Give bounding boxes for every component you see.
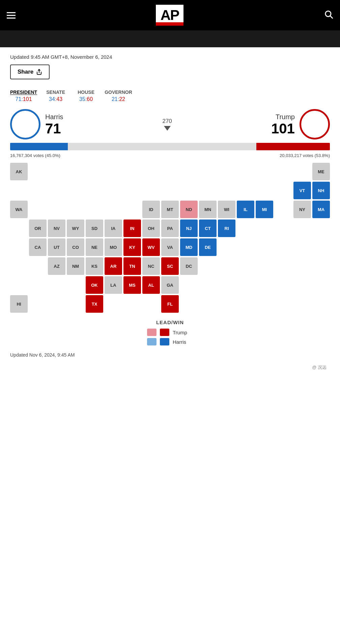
state-CO[interactable]: CO bbox=[67, 238, 84, 256]
state-KY[interactable]: KY bbox=[123, 238, 141, 256]
share-button[interactable]: Share bbox=[10, 65, 50, 79]
state-VT[interactable]: VT bbox=[293, 182, 311, 199]
state-MD[interactable]: MD bbox=[180, 238, 198, 256]
map-row-6: OK LA MS AL GA bbox=[10, 276, 330, 294]
empty bbox=[29, 276, 47, 294]
state-OR[interactable]: OR bbox=[29, 220, 47, 237]
trump-info: Trump 101 bbox=[271, 113, 295, 136]
state-DE[interactable]: DE bbox=[199, 238, 217, 256]
state-MI[interactable]: MI bbox=[256, 201, 273, 218]
dark-band bbox=[0, 30, 340, 47]
share-label: Share bbox=[18, 69, 33, 75]
map-row-7: HI TX FL bbox=[10, 295, 330, 313]
map-row-2: WA ID MT ND MN WI IL MI NY MA bbox=[10, 201, 330, 218]
empty bbox=[256, 163, 273, 180]
state-WY[interactable]: WY bbox=[67, 220, 84, 237]
state-AR[interactable]: AR bbox=[105, 257, 122, 275]
tab-governor-blue: 21 bbox=[112, 96, 118, 102]
empty bbox=[142, 295, 160, 313]
tab-governor-label: GOVERNOR bbox=[105, 89, 132, 95]
state-IL[interactable]: IL bbox=[237, 201, 254, 218]
state-FL[interactable]: FL bbox=[161, 295, 179, 313]
trump-candidate: Trump 101 bbox=[271, 109, 330, 139]
state-ID[interactable]: ID bbox=[142, 201, 160, 218]
tab-house-blue: 35 bbox=[79, 96, 85, 102]
tab-president[interactable]: PRESIDENT 71:101 bbox=[10, 89, 37, 102]
state-NM[interactable]: NM bbox=[67, 257, 84, 275]
state-AZ[interactable]: AZ bbox=[48, 257, 65, 275]
state-NH[interactable]: NH bbox=[312, 182, 330, 199]
state-IN[interactable]: IN bbox=[123, 220, 141, 237]
state-UT[interactable]: UT bbox=[48, 238, 65, 256]
legend-section: LEAD/WIN Trump Harris bbox=[10, 319, 330, 345]
state-SD[interactable]: SD bbox=[86, 220, 103, 237]
empty bbox=[67, 276, 84, 294]
state-AL[interactable]: AL bbox=[142, 276, 160, 294]
tab-house-scores: 35:60 bbox=[74, 96, 98, 102]
ap-logo[interactable]: AP bbox=[156, 5, 183, 26]
empty bbox=[218, 163, 235, 180]
state-GA[interactable]: GA bbox=[161, 276, 179, 294]
trump-lead-swatch bbox=[147, 329, 157, 336]
harris-vote-count: 16,767,304 votes (45.0%) bbox=[10, 153, 60, 158]
svg-line-1 bbox=[330, 16, 332, 18]
map-row-4: CA UT CO NE MO KY WV VA MD DE bbox=[10, 238, 330, 256]
state-ND[interactable]: ND bbox=[180, 201, 198, 218]
state-WV[interactable]: WV bbox=[142, 238, 160, 256]
empty bbox=[123, 295, 141, 313]
state-LA[interactable]: LA bbox=[105, 276, 122, 294]
state-SC[interactable]: SC bbox=[161, 257, 179, 275]
state-MT[interactable]: MT bbox=[161, 201, 179, 218]
tab-governor-red: 22 bbox=[119, 96, 125, 102]
empty bbox=[275, 201, 292, 218]
tab-governor[interactable]: GOVERNOR 21:22 bbox=[105, 89, 132, 102]
harris-votes: 71 bbox=[45, 122, 63, 136]
empty bbox=[293, 163, 311, 180]
state-CT[interactable]: CT bbox=[199, 220, 217, 237]
state-OK[interactable]: OK bbox=[86, 276, 103, 294]
state-MA[interactable]: MA bbox=[312, 201, 330, 218]
state-CA[interactable]: CA bbox=[29, 238, 47, 256]
empty bbox=[48, 276, 65, 294]
harris-win-swatch bbox=[160, 338, 169, 345]
map-row-5: AZ NM KS AR TN NC SC DC bbox=[10, 257, 330, 275]
state-TX[interactable]: TX bbox=[86, 295, 103, 313]
state-WA[interactable]: WA bbox=[10, 201, 28, 218]
menu-icon[interactable] bbox=[7, 12, 16, 19]
state-AK[interactable]: AK bbox=[10, 163, 28, 180]
harris-avatar bbox=[10, 109, 40, 139]
state-VA[interactable]: VA bbox=[161, 238, 179, 256]
tab-house-label: HOUSE bbox=[74, 89, 98, 95]
state-NV[interactable]: NV bbox=[48, 220, 65, 237]
search-icon[interactable] bbox=[324, 9, 333, 21]
state-NY[interactable]: NY bbox=[293, 201, 311, 218]
state-MN[interactable]: MN bbox=[199, 201, 217, 218]
map-row-3: OR NV WY SD IA IN OH PA NJ CT RI bbox=[10, 220, 330, 237]
state-DC[interactable]: DC bbox=[180, 257, 198, 275]
candidates-row: Harris 71 270 Trump 101 bbox=[10, 109, 330, 139]
harris-info: Harris 71 bbox=[45, 113, 63, 136]
state-TN[interactable]: TN bbox=[123, 257, 141, 275]
tab-governor-scores: 21:22 bbox=[105, 96, 132, 102]
state-NJ[interactable]: NJ bbox=[180, 220, 198, 237]
tab-senate[interactable]: SENATE 34:43 bbox=[44, 89, 67, 102]
state-PA[interactable]: PA bbox=[161, 220, 179, 237]
trump-name: Trump bbox=[271, 113, 295, 121]
state-MS[interactable]: MS bbox=[123, 276, 141, 294]
state-NC[interactable]: NC bbox=[142, 257, 160, 275]
state-map: AK ME VT NH WA ID MT ND MN bbox=[10, 163, 330, 313]
state-HI[interactable]: HI bbox=[10, 295, 28, 313]
state-MO[interactable]: MO bbox=[105, 238, 122, 256]
state-WI[interactable]: WI bbox=[218, 201, 235, 218]
state-RI[interactable]: RI bbox=[218, 220, 235, 237]
state-KS[interactable]: KS bbox=[86, 257, 103, 275]
watermark-text: @ 况远 bbox=[312, 365, 327, 370]
tab-house[interactable]: HOUSE 35:60 bbox=[74, 89, 98, 102]
tab-senate-red: 43 bbox=[56, 96, 62, 102]
state-ME[interactable]: ME bbox=[312, 163, 330, 180]
trump-vote-count: 20,033,217 votes (53.8%) bbox=[280, 153, 330, 158]
state-IA[interactable]: IA bbox=[105, 220, 122, 237]
state-OH[interactable]: OH bbox=[142, 220, 160, 237]
trump-legend-label: Trump bbox=[173, 330, 193, 335]
state-NE[interactable]: NE bbox=[86, 238, 103, 256]
